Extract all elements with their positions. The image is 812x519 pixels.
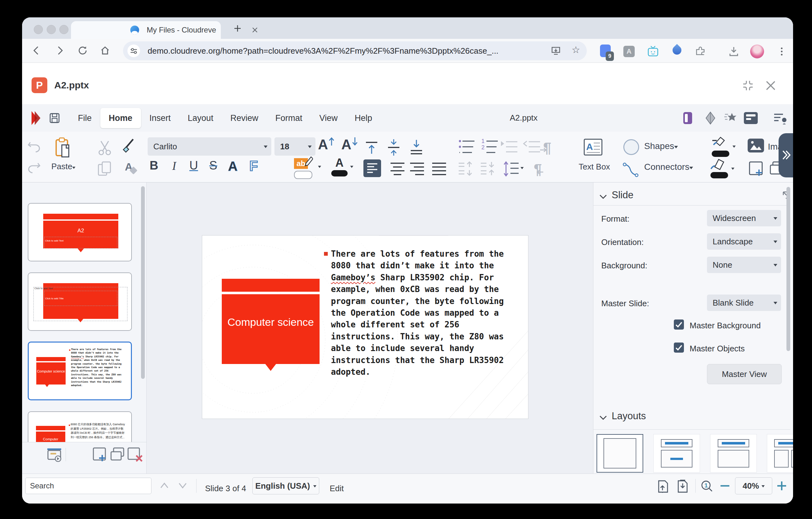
- theme-gem-icon[interactable]: [704, 111, 717, 125]
- bookmark-star-icon[interactable]: ☆: [572, 44, 580, 55]
- numbered-list-icon[interactable]: 12: [481, 139, 498, 156]
- align-left-button[interactable]: [364, 159, 381, 177]
- add-slide-icon[interactable]: [748, 161, 765, 178]
- slide-thumbnail-2[interactable]: Click to add Text Click to add Title: [28, 272, 132, 331]
- forward-icon[interactable]: [55, 45, 65, 56]
- add-slide-button[interactable]: [92, 447, 109, 463]
- tab-layout[interactable]: Layout: [179, 108, 222, 128]
- slide-title-shape[interactable]: Computer science: [222, 294, 320, 364]
- tab-view[interactable]: View: [311, 108, 346, 128]
- reload-icon[interactable]: [77, 45, 88, 56]
- home-icon[interactable]: [100, 45, 110, 56]
- slide-body-text[interactable]: There are lots of features from the 8080…: [331, 248, 512, 378]
- paste-icon[interactable]: [54, 137, 72, 158]
- fit-to-slide-icon[interactable]: [657, 480, 670, 493]
- new-tab-button[interactable]: [233, 24, 242, 32]
- subscript-button[interactable]: F: [247, 158, 261, 174]
- extension-tv-icon[interactable]: [647, 45, 659, 58]
- master-slide-select[interactable]: Blank Slide: [707, 295, 781, 311]
- fit-to-width-icon[interactable]: [676, 480, 690, 493]
- align-justify-button[interactable]: [432, 163, 447, 175]
- layout-title-box[interactable]: [710, 434, 757, 472]
- connectors-button[interactable]: Connectors: [644, 162, 693, 172]
- site-settings-icon[interactable]: [127, 45, 140, 57]
- hide-panels-icon[interactable]: [683, 112, 692, 124]
- orientation-select[interactable]: Landscape: [707, 233, 781, 250]
- tab-help[interactable]: Help: [346, 108, 381, 128]
- address-bar[interactable]: demo.cloudreve.org/home?path=cloudreve%3…: [123, 42, 587, 60]
- background-select[interactable]: None: [707, 257, 781, 273]
- cut-icon[interactable]: [96, 139, 113, 156]
- browser-menu-icon[interactable]: [776, 46, 787, 57]
- shortcuts-icon[interactable]: [744, 112, 758, 124]
- language-button[interactable]: English (USA): [252, 477, 319, 494]
- copy-icon[interactable]: [96, 161, 113, 177]
- expand-toolbar-button[interactable]: [779, 133, 793, 177]
- paragraph-settings-icon[interactable]: ¶: [534, 161, 542, 178]
- slide-thumbnail-3[interactable]: Computer science There are lots of featu…: [28, 342, 132, 400]
- clear-style-icon[interactable]: A: [119, 161, 139, 173]
- find-previous-icon[interactable]: [160, 482, 169, 490]
- superscript-button[interactable]: A: [226, 159, 240, 174]
- highlight-caret-icon[interactable]: [318, 166, 321, 169]
- back-icon[interactable]: [31, 45, 41, 56]
- shape-outline-color-button[interactable]: [712, 137, 729, 157]
- browser-tab[interactable]: My Files - Cloudreve: [71, 21, 221, 39]
- undo-icon[interactable]: [27, 140, 41, 153]
- layout-title-content[interactable]: [653, 434, 700, 472]
- slide-thumbnail-1[interactable]: A2 Click to add Text: [28, 203, 132, 262]
- italic-button[interactable]: I: [168, 159, 180, 173]
- slide-title-bar-shape[interactable]: [222, 279, 320, 292]
- duplicate-slide-button[interactable]: [109, 447, 125, 463]
- master-background-checkbox[interactable]: [674, 320, 684, 330]
- zoom-out-button[interactable]: [720, 485, 730, 487]
- font-color-button[interactable]: A: [330, 157, 348, 176]
- save-icon[interactable]: [49, 112, 61, 124]
- maximize-window-button[interactable]: [59, 25, 68, 34]
- tab-file[interactable]: File: [69, 108, 100, 128]
- master-objects-checkbox[interactable]: [674, 343, 684, 353]
- layout-two-content[interactable]: [767, 434, 793, 472]
- layouts-section-chevron-icon[interactable]: [599, 415, 607, 420]
- decrease-indent-icon[interactable]: [500, 139, 518, 156]
- tab-home[interactable]: Home: [100, 108, 141, 128]
- format-painter-icon[interactable]: [120, 138, 136, 156]
- delete-slide-button[interactable]: [127, 447, 144, 463]
- bullet-list-icon[interactable]: [458, 139, 476, 156]
- zoom-in-button[interactable]: [777, 481, 787, 491]
- install-app-icon[interactable]: [551, 46, 561, 56]
- tab-insert[interactable]: Insert: [141, 108, 179, 128]
- zoom-100-icon[interactable]: 1: [700, 480, 714, 493]
- move-paragraph-up-icon[interactable]: [458, 161, 474, 176]
- text-box-button[interactable]: A: [583, 138, 603, 158]
- find-next-icon[interactable]: [178, 482, 187, 490]
- bold-button[interactable]: B: [148, 159, 160, 172]
- close-window-button[interactable]: [34, 25, 43, 34]
- tab-close-icon[interactable]: [252, 27, 258, 33]
- decrease-font-icon[interactable]: A: [341, 137, 351, 153]
- valign-top-icon[interactable]: [364, 140, 380, 155]
- line-spacing-caret-icon[interactable]: [521, 167, 524, 171]
- font-size-select[interactable]: 18: [274, 137, 316, 156]
- profile-avatar[interactable]: [750, 45, 764, 58]
- strikethrough-button[interactable]: S: [207, 159, 220, 172]
- extension-card-icon[interactable]: 9: [600, 45, 611, 57]
- close-viewer-icon[interactable]: [765, 80, 777, 91]
- extension-drop-icon[interactable]: [673, 46, 682, 55]
- valign-bottom-icon[interactable]: [408, 139, 425, 156]
- align-right-button[interactable]: [409, 163, 425, 175]
- exit-fullscreen-icon[interactable]: [742, 80, 754, 91]
- outline-caret-icon[interactable]: [732, 145, 736, 149]
- underline-button[interactable]: U: [187, 159, 200, 172]
- highlight-color-button[interactable]: ab: [294, 158, 312, 179]
- minimize-window-button[interactable]: [47, 25, 56, 34]
- settings-scrollbar[interactable]: [786, 187, 790, 351]
- font-color-caret-icon[interactable]: [350, 166, 353, 169]
- move-paragraph-down-icon[interactable]: [480, 161, 496, 176]
- font-name-select[interactable]: Carlito: [148, 137, 271, 156]
- line-spacing-button[interactable]: [503, 161, 519, 177]
- view-settings-icon[interactable]: [773, 112, 787, 125]
- shape-fill-color-button[interactable]: [710, 159, 728, 179]
- redo-icon[interactable]: [27, 161, 41, 173]
- align-center-button[interactable]: [390, 163, 405, 175]
